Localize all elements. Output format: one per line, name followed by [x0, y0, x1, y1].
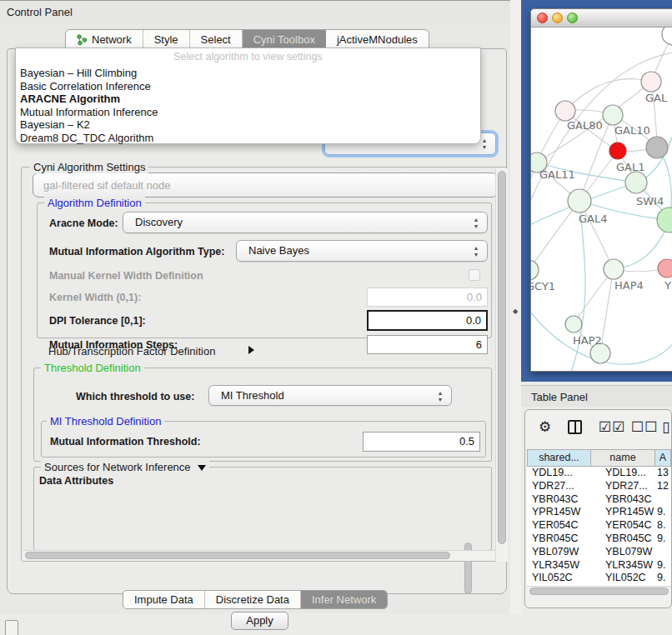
zoom-traffic-light[interactable] [567, 12, 578, 23]
table-cell: 9. [655, 532, 671, 546]
table-cell: 13 [655, 467, 671, 480]
mi-threshold-definition-title: MI Threshold Definition [47, 415, 164, 428]
tab-cyni-toolbox[interactable]: Cyni Toolbox [243, 30, 326, 48]
algorithm-option[interactable]: Basic Correlation Inference [19, 80, 478, 93]
algorithm-option[interactable]: Dream8 DC_TDC Algorithm [19, 132, 478, 145]
network-node[interactable] [604, 259, 624, 279]
algorithm-option[interactable]: Bayesian – Hill Climbing [19, 67, 478, 80]
table-cell: YER054C [591, 519, 655, 532]
table-row[interactable]: YBR045CYBR045C9. [527, 532, 671, 546]
table-cell: YDR27... [591, 480, 655, 493]
table-row[interactable]: YIL052CYIL052C9. [527, 572, 671, 585]
table-toolbar: ⚙☑☑☐☐▯ [525, 418, 672, 443]
kernel-width-field[interactable]: 0.0 [367, 288, 488, 307]
table-row[interactable]: YBL079WYBL079W [527, 546, 671, 559]
network-node[interactable] [657, 208, 672, 232]
table-cell: 12 [655, 480, 671, 493]
table-panel-title: Table Panel [531, 391, 588, 403]
algorithm-definition-title: Algorithm Definition [44, 197, 145, 209]
table-cell: YBL079W [527, 546, 591, 559]
deselect-all-icon[interactable]: ☐☐ [631, 418, 658, 436]
apply-button[interactable]: Apply [231, 612, 288, 630]
table-row[interactable]: YPR145WYPR145W9. [527, 506, 671, 519]
mi-algorithm-type-combobox[interactable]: Naive Bayes ▲▼ [236, 240, 488, 262]
table-cell: YPR145W [591, 506, 655, 519]
which-threshold-combobox[interactable]: MI Threshold ▲▼ [208, 385, 452, 406]
gear-icon[interactable]: ⚙ [539, 418, 552, 436]
table-cell: YDL19... [527, 467, 591, 480]
table-cell: 9. [655, 572, 671, 585]
algorithm-option[interactable]: Mutual Information Inference [19, 106, 478, 119]
table-hscrollbar-thumb[interactable] [529, 588, 669, 595]
table-cell: YPR145W [527, 506, 591, 519]
tab-jactivemnodules[interactable]: jActiveMNodules [326, 30, 429, 48]
column-header-A[interactable]: A [655, 449, 671, 467]
tab-network[interactable]: Network [66, 30, 143, 48]
mi-threshold-field[interactable]: 0.5 [363, 432, 480, 452]
tab-infer-network[interactable]: Infer Network [301, 591, 387, 608]
table-cell: YLR345W [591, 559, 655, 572]
threshold-definition-title: Threshold Definition [41, 362, 144, 374]
document-icon[interactable]: ▯ [662, 418, 670, 436]
table-cell [655, 493, 671, 507]
mi-steps-field[interactable]: 6 [367, 335, 488, 354]
divider-collapse-icon[interactable]: ◆ [513, 308, 518, 315]
node-label: HAP4 [614, 279, 644, 292]
table-cell: YBL079W [591, 546, 655, 559]
tab-label: Infer Network [312, 593, 376, 606]
network-node[interactable] [568, 189, 591, 212]
aracne-mode-combobox[interactable]: Discovery ▲▼ [123, 212, 488, 233]
table-cell: YLR345W [527, 559, 591, 572]
column-header-name[interactable]: name [591, 449, 655, 467]
tab-impute-data[interactable]: Impute Data [123, 591, 205, 608]
node-label: GAL [645, 92, 668, 104]
collapse-down-icon[interactable] [198, 465, 206, 471]
network-node[interactable] [603, 105, 623, 125]
dpi-tolerance-label: DPI Tolerance [0,1]: [49, 315, 146, 327]
table-row[interactable]: YDR27...YDR27...12 [527, 480, 671, 493]
network-node[interactable] [565, 316, 582, 332]
table-header-row: shared...nameA [527, 449, 671, 467]
close-traffic-light[interactable] [537, 12, 548, 23]
column-header-shared[interactable]: shared... [527, 449, 591, 467]
algorithm-option[interactable]: Bayesian – K2 [19, 118, 478, 132]
network-window: GALGAL80GAL10GAL1GAL11SWI4GAL4GCY1HAP4YH… [530, 8, 672, 372]
minimize-traffic-light[interactable] [552, 12, 563, 23]
network-canvas[interactable]: GALGAL80GAL10GAL1GAL11SWI4GAL4GCY1HAP4YH… [531, 28, 672, 372]
network-node[interactable] [625, 172, 647, 193]
spinner-arrows-icon: ▲▼ [480, 138, 489, 151]
settings-vscrollbar-thumb[interactable] [498, 171, 506, 544]
network-node[interactable] [531, 260, 539, 280]
table-row[interactable]: YLR345WYLR345W9. [527, 559, 671, 572]
columns-icon[interactable] [568, 420, 582, 434]
network-node[interactable] [662, 28, 672, 45]
sources-group: Sources for Network Inference Data Attri… [33, 467, 492, 551]
settings-hscrollbar-thumb[interactable] [25, 552, 450, 559]
table-cell: YBR045C [591, 532, 655, 546]
tab-label: jActiveMNodules [337, 33, 418, 46]
tab-label: Impute Data [134, 593, 193, 606]
expand-right-icon[interactable] [248, 346, 254, 354]
settings-group-title: Cyni Algorithm Settings [30, 161, 148, 173]
tab-discretize-data[interactable]: Discretize Data [205, 591, 301, 608]
dpi-tolerance-field[interactable]: 0.0 [367, 310, 488, 331]
docked-panel-icon[interactable] [5, 620, 18, 635]
network-node[interactable] [609, 142, 626, 159]
tab-select[interactable]: Select [190, 30, 243, 48]
manual-kernel-label: Manual Kernel Width Definition [49, 270, 203, 282]
table-row[interactable]: YBR043CYBR043C [527, 493, 671, 507]
screen: Control Panel ✕ NetworkStyleSelectCyni T… [0, 0, 672, 635]
table-cell: 8. [655, 519, 671, 532]
network-node[interactable] [555, 101, 575, 121]
network-window-titlebar [531, 9, 672, 28]
table-row[interactable]: YER054CYER054C8. [527, 519, 671, 532]
tab-style[interactable]: Style [143, 30, 190, 48]
network-node[interactable] [641, 72, 661, 92]
network-node[interactable] [646, 137, 668, 158]
algorithm-option[interactable]: ARACNE Algorithm [19, 92, 478, 106]
select-all-icon[interactable]: ☑☑ [599, 418, 625, 436]
network-node[interactable] [658, 259, 672, 278]
table-row[interactable]: YDL19...YDL19...13 [527, 467, 671, 480]
mi-threshold-definition-group: MI Threshold Definition Mutual Informati… [41, 421, 486, 458]
manual-kernel-checkbox[interactable] [469, 269, 480, 281]
